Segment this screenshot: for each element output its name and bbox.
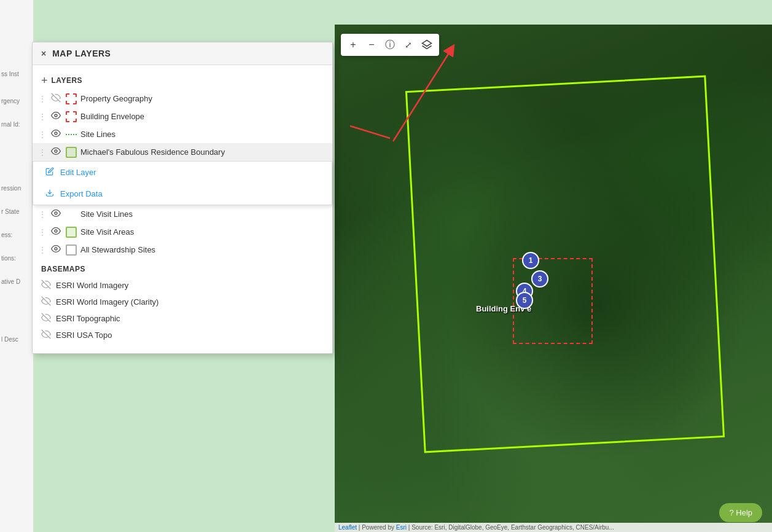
drag-handle: ⋮ (39, 228, 46, 237)
export-data-icon (45, 189, 54, 199)
sidebar-item-2: rgency (1, 97, 31, 106)
layer-swatch-site-visit-lines (66, 209, 77, 220)
layer-swatch-stewardship (66, 244, 77, 256)
basemaps-title: BASEMAPS (41, 265, 324, 273)
map-attribution: Leaflet | Powered by Esri | Source: Esri… (335, 523, 772, 532)
basemap-row-esri-topo[interactable]: ESRI Topographic (41, 310, 324, 327)
drag-handle: ⋮ (39, 246, 46, 254)
drag-handle: ⋮ (39, 210, 46, 219)
panel-close-button[interactable]: × (41, 49, 46, 58)
sidebar-item-5: ression (1, 184, 31, 193)
basemap-name-esri-clarity: ESRI World Imagery (Clarity) (56, 297, 158, 307)
sidebar-item-7: ess: (1, 231, 31, 240)
sidebar-item-1: ss Inst (1, 70, 31, 79)
cluster-marker-1[interactable]: 1 (522, 252, 539, 269)
zoom-out-button[interactable]: − (363, 36, 380, 53)
map-toolbar: + − ⓘ ⤢ (341, 34, 439, 56)
basemap-eye-esri-usa-topo[interactable] (41, 329, 51, 341)
panel-title: MAP LAYERS (52, 49, 111, 58)
svg-point-8 (55, 212, 57, 214)
svg-point-5 (55, 132, 57, 135)
basemap-eye-esri-clarity[interactable] (41, 296, 51, 308)
sidebar-item-3: rnal Id: (1, 120, 31, 129)
sidebar-item-9: ative D (1, 278, 31, 286)
leaflet-link[interactable]: Leaflet (338, 524, 357, 531)
layer-row-site-visit-areas[interactable]: ⋮ Site Visit Areas (33, 223, 332, 241)
layer-row-michaels-residence[interactable]: ⋮ Michael's Fabulous Residence Boundary (33, 143, 332, 161)
expand-button[interactable]: ⤢ (400, 36, 417, 53)
visibility-icon[interactable] (50, 208, 62, 220)
basemap-eye-esri-world[interactable] (41, 280, 51, 291)
context-menu: Edit Layer Export Data (33, 161, 332, 205)
layer-row-stewardship-sites[interactable]: ⋮ All Stewardship Sites (33, 241, 332, 259)
layer-swatch-residence (66, 147, 77, 158)
drag-handle: ⋮ (39, 95, 46, 103)
layers-section-title: LAYERS (52, 76, 83, 85)
drag-handle: ⋮ (39, 112, 46, 121)
layer-name-site-visit-lines: Site Visit Lines (80, 209, 326, 219)
layer-name-michaels-residence: Michael's Fabulous Residence Boundary (80, 147, 326, 157)
layer-name-property-geography: Property Geography (80, 94, 326, 103)
visibility-icon[interactable] (50, 244, 62, 256)
map-layers-panel: × MAP LAYERS + LAYERS ⋮ Property Geograp… (32, 42, 333, 354)
basemap-row-esri-usa-topo[interactable]: ESRI USA Topo (41, 327, 324, 343)
zoom-in-button[interactable]: + (345, 36, 362, 53)
visibility-icon[interactable] (50, 226, 62, 238)
context-menu-edit-label: Edit Layer (60, 168, 96, 177)
left-sidebar: ss Inst rgency rnal Id: ression r State … (0, 0, 34, 532)
attribution-rest: | Source: Esri, DigitalGlobe, GeoEye, Ea… (408, 524, 614, 531)
layers-section-header: + LAYERS (33, 71, 332, 90)
context-menu-edit-layer[interactable]: Edit Layer (33, 162, 332, 183)
layer-name-site-visit-areas: Site Visit Areas (80, 227, 326, 237)
info-button[interactable]: ⓘ (381, 36, 399, 53)
esri-link[interactable]: Esri (396, 524, 407, 531)
layer-name-building-envelope: Building Envelope (80, 112, 326, 121)
cluster-marker-3[interactable]: 3 (531, 270, 548, 288)
sidebar-text: ss Inst rgency rnal Id: ression r State … (0, 68, 32, 361)
layer-row-site-lines[interactable]: ⋮ Site Lines (33, 125, 332, 143)
layer-row-property-geography[interactable]: ⋮ Property Geography (33, 90, 332, 108)
context-menu-export-label: Export Data (60, 189, 103, 198)
context-menu-export-data[interactable]: Export Data (33, 183, 332, 205)
visibility-icon[interactable] (50, 93, 62, 104)
svg-point-9 (55, 230, 57, 232)
layer-name-site-lines: Site Lines (80, 130, 326, 139)
basemap-name-esri-world: ESRI World Imagery (56, 281, 128, 290)
svg-point-6 (55, 150, 57, 152)
layer-row-building-envelope[interactable]: ⋮ Building Envelope (33, 108, 332, 125)
basemap-name-esri-topographic: ESRI Topographic (56, 314, 120, 323)
svg-marker-0 (423, 41, 432, 47)
sidebar-item-10: l Desc (1, 335, 31, 344)
sidebar-item-6: r State (1, 208, 31, 216)
panel-body: + LAYERS ⋮ Property Geography ⋮ (33, 65, 332, 353)
cluster-marker-5[interactable]: 5 (516, 292, 533, 309)
basemap-eye-esri-topo[interactable] (41, 313, 51, 324)
layer-swatch-building-envelope (66, 111, 77, 122)
map-area[interactable]: Building Env e 1 3 4 5 (335, 25, 772, 532)
add-layer-button[interactable]: + (41, 75, 48, 86)
basemap-row-esri-clarity[interactable]: ESRI World Imagery (Clarity) (41, 294, 324, 310)
attribution-text: | Powered by (359, 524, 396, 531)
layer-swatch-site-lines (66, 129, 77, 140)
visibility-icon[interactable] (50, 146, 62, 158)
layer-row-site-visit-lines[interactable]: ⋮ Site Visit Lines (33, 205, 332, 223)
panel-header: × MAP LAYERS (33, 42, 332, 65)
layers-button[interactable] (418, 36, 435, 53)
layer-name-stewardship: All Stewardship Sites (80, 245, 326, 254)
layer-swatch-property-geography (66, 93, 77, 104)
basemaps-section: BASEMAPS ESRI World Imagery (33, 259, 332, 347)
edit-layer-icon (45, 167, 54, 178)
svg-point-10 (55, 248, 57, 250)
svg-point-4 (55, 114, 57, 117)
drag-handle: ⋮ (39, 130, 46, 139)
sidebar-item-8: tions: (1, 254, 31, 263)
layer-swatch-site-visit-areas (66, 227, 77, 238)
basemap-row-esri-world[interactable]: ESRI World Imagery (41, 277, 324, 294)
basemap-name-esri-usa-topo: ESRI USA Topo (56, 331, 112, 340)
help-button[interactable]: ? Help (719, 503, 762, 522)
drag-handle: ⋮ (39, 148, 46, 157)
visibility-icon[interactable] (50, 128, 62, 140)
visibility-icon[interactable] (50, 111, 62, 122)
